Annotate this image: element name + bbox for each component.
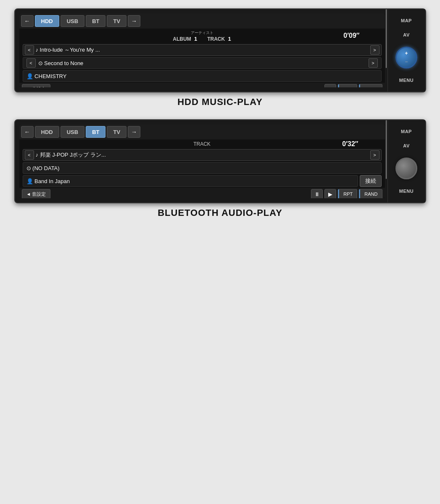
rpt-btn-2[interactable]: RPT [338,189,357,198]
track-name-1: ♪ Intro-lude ～You're My ... [36,46,369,54]
tab-bar-1: ← HDD USB BT TV → [19,13,385,29]
album-row-1: < ⊙ Second to None > [23,57,382,69]
album-row-2: ⊙ (NO DATA) ᛒ ⋮ [23,162,382,174]
tab-usb-1[interactable]: USB [61,15,84,27]
album-next-1[interactable]: > [369,58,378,68]
track-prev-1[interactable]: < [25,45,34,55]
head-unit-2: ← HDD USB BT TV → TRACK 0′32″ < ♪ 邦楽 J-P… [14,119,426,203]
rand-btn-1[interactable]: RAND [359,84,382,87]
menu-btn-2[interactable]: MENU [399,189,414,194]
track-prev-2[interactable]: < [25,150,34,160]
artist-label: アーティスト [191,30,213,36]
volume-knob-2[interactable] [395,158,417,179]
track-info: TRACK 1 [207,36,231,42]
side-panel-2: MAP AV MENU [387,120,425,202]
bottom-bar-2: ◄ 音設定 ⏸ ▶ RPT RAND [19,188,385,198]
tab-bt-1[interactable]: BT [86,15,105,27]
divider-1 [386,9,387,68]
side-panel-1: MAP AV + − MENU [387,9,425,92]
track-row-2: < ♪ 邦楽 J-POP Jポップ ラン... > BT [23,149,382,161]
unit2-label: BLUETOOTH AUDIO-PLAY [158,207,282,218]
tab-bar-2: ← HDD USB BT TV → [19,124,385,139]
volume-knob-1[interactable]: + − [395,47,417,68]
tab-bt-2[interactable]: BT [86,126,105,138]
volume-plus-1: + [405,50,408,56]
connect-btn[interactable]: 接続 [360,175,382,187]
screen-1: ← HDD USB BT TV → アーティスト ALBUM 1 [19,13,385,87]
tab-hdd-2[interactable]: HDD [35,126,59,138]
divider-2 [386,120,387,179]
track-next-1[interactable]: > [370,45,379,55]
sound-settings-btn-2[interactable]: ◄ 音設定 [22,189,51,198]
volume-minus-1: − [405,59,408,65]
artist-row-2: 👤 Band In Japan [23,175,358,187]
menu-btn-1[interactable]: MENU [399,78,414,83]
unit1-wrapper: ← HDD USB BT TV → アーティスト ALBUM 1 [14,8,426,115]
tab-tv-1[interactable]: TV [107,15,126,27]
track-label-2: TRACK [23,141,382,147]
av-btn-1[interactable]: AV [403,32,409,37]
album-name-1: ⊙ Second to None [38,60,84,66]
disc-icon [385,47,385,66]
track-name-2: ♪ 邦楽 J-POP Jポップ ラン... [36,151,369,159]
bottom-bar-1: ◄ 音設定 ⏸ RPT RAND [19,83,385,87]
tab-forward-1[interactable]: → [128,15,140,27]
rpt-btn-1[interactable]: RPT [338,84,357,87]
album-prev-1[interactable]: < [26,58,36,68]
sound-settings-btn-1[interactable]: ◄ 音設定 [22,84,51,87]
artist-name-2: 👤 Band In Japan [26,178,70,184]
track-row-1: < ♪ Intro-lude ～You're My ... > [23,44,382,56]
tab-usb-2[interactable]: USB [61,126,84,138]
unit2-wrapper: ← HDD USB BT TV → TRACK 0′32″ < ♪ 邦楽 J-P… [14,119,426,226]
tab-back-2[interactable]: ← [21,126,34,138]
head-unit-1: ← HDD USB BT TV → アーティスト ALBUM 1 [14,8,426,92]
time-display-1: 0′09″ [343,32,359,39]
tab-tv-2[interactable]: TV [107,126,126,138]
rand-btn-2[interactable]: RAND [359,189,382,198]
artist-name-1: 👤 CHEMISTRY [26,73,67,79]
map-btn-1[interactable]: MAP [401,18,412,23]
tab-forward-2[interactable]: → [128,126,140,138]
artist-row-1: 👤 CHEMISTRY [23,70,382,82]
play-btn-2[interactable]: ▶ [324,189,336,198]
pause-btn-1[interactable]: ⏸ [324,84,336,87]
av-btn-2[interactable]: AV [403,143,409,148]
tab-back-1[interactable]: ← [21,15,34,27]
map-btn-2[interactable]: MAP [401,129,412,134]
time-display-2: 0′32″ [342,140,358,148]
screen-2: ← HDD USB BT TV → TRACK 0′32″ < ♪ 邦楽 J-P… [19,124,385,198]
pause-btn-2[interactable]: ⏸ [311,189,323,198]
unit1-label: HDD MUSIC-PLAY [177,97,263,108]
album-info: ALBUM 1 [173,36,197,42]
tab-hdd-1[interactable]: HDD [35,15,59,27]
album-name-2: ⊙ (NO DATA) [26,165,60,171]
track-next-2[interactable]: > [370,150,379,160]
